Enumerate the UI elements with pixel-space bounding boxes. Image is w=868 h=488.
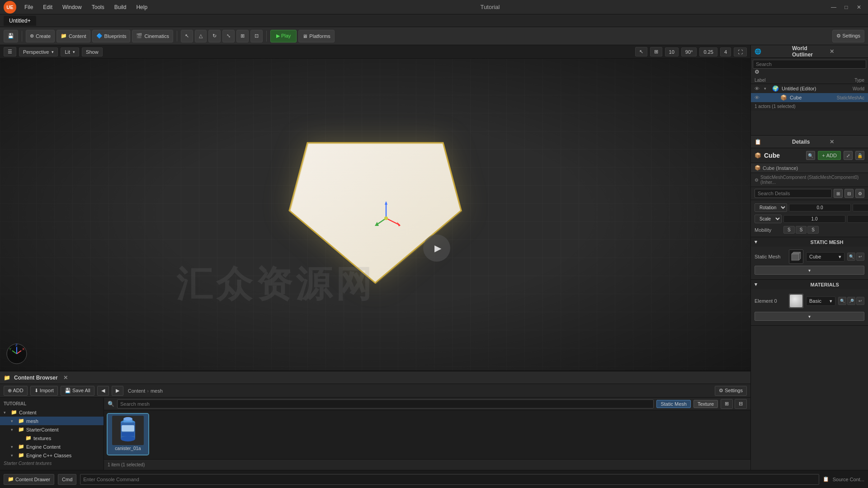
scale-x-input[interactable]: 1.0 [783, 215, 845, 223]
cb-path-root[interactable]: Content [128, 388, 146, 394]
sm-use-btn[interactable]: ↩ [856, 253, 864, 261]
tree-starter-content[interactable]: ▾ 📁 StarterContent [0, 425, 104, 434]
details-view-options[interactable]: ⊞ [834, 189, 843, 198]
rotate-tool[interactable]: ↻ [208, 30, 221, 42]
cb-settings-button[interactable]: ⚙ Settings [715, 386, 747, 396]
cb-nav-back[interactable]: ◀ [97, 386, 109, 396]
content-browser-search-input[interactable] [117, 399, 654, 408]
menu-window[interactable]: Window [58, 2, 86, 12]
view-options[interactable]: ⊞ [721, 399, 733, 409]
snap-grid-btn[interactable]: ⊞ [650, 47, 662, 56]
tree-textures[interactable]: 📁 textures [0, 434, 104, 442]
mobility-movable[interactable]: S [807, 226, 819, 234]
details-filter-options[interactable]: ⊟ [844, 189, 854, 198]
outliner-row-cube[interactable]: 👁 📦 Cube StaticMeshAc [751, 93, 868, 102]
scale-dropdown[interactable]: Scale [755, 215, 782, 223]
details-lock-btn[interactable]: 🔒 [855, 151, 864, 160]
scale-y-input[interactable]: 1.0 [847, 215, 868, 223]
tree-content[interactable]: ▾ 📁 Content [0, 408, 104, 417]
settings-button[interactable]: ⚙ Settings [832, 30, 864, 42]
grid-size-btn[interactable]: 10 [665, 47, 679, 56]
translate-tool[interactable]: △ [195, 30, 207, 42]
visibility-icon[interactable]: 👁 [755, 86, 760, 91]
outliner-settings[interactable]: ⚙ [755, 69, 760, 75]
create-button[interactable]: ⊕ Create [26, 30, 55, 42]
menu-help[interactable]: Help [132, 2, 152, 12]
scale-btn[interactable]: 0.25 [699, 47, 717, 56]
mobility-stationary[interactable]: S [796, 226, 807, 234]
cb-import-button[interactable]: ⬇ Import [30, 386, 58, 396]
cb-nav-forward[interactable]: ▶ [112, 386, 123, 396]
hamburger-button[interactable]: ☰ [4, 47, 16, 56]
outliner-row-world[interactable]: 👁 ▾ 🌍 Untitled (Editor) World [751, 84, 868, 93]
viewport[interactable]: X Y Z 汇众资源网 [0, 59, 750, 371]
static-mesh-header[interactable]: ▾ STATIC MESH [751, 237, 868, 247]
select-tool[interactable]: ↖ [181, 30, 193, 42]
play-button[interactable]: ▶ Play [270, 30, 297, 42]
maximize-viewport-btn[interactable]: ⛶ [734, 47, 747, 56]
content-button[interactable]: 📁 Content [57, 30, 90, 42]
save-button[interactable]: 💾 [4, 30, 18, 42]
visibility-icon-2[interactable]: 👁 [755, 95, 760, 100]
asset-canister[interactable]: canister_01a [108, 414, 148, 455]
mat-expand-btn[interactable]: ▾ [755, 312, 864, 321]
outliner-search-input[interactable] [753, 60, 866, 69]
details-add-button[interactable]: + ADD [818, 151, 841, 160]
maximize-button[interactable]: □ [841, 3, 852, 12]
editor-tab[interactable]: Untitled+ [4, 16, 36, 26]
transform-tool[interactable]: ⊞ [236, 30, 249, 42]
move-mode-btn[interactable]: ↖ [635, 47, 647, 56]
angle-btn[interactable]: 90° [681, 47, 697, 56]
console-command-input[interactable] [80, 474, 819, 485]
tree-engine-content[interactable]: ▾ 📁 Engine Content [0, 442, 104, 451]
mat-reset-btn[interactable]: ↩ [856, 297, 864, 305]
close-button[interactable]: ✕ [854, 3, 864, 12]
menu-build[interactable]: Build [110, 2, 131, 12]
cmd-button[interactable]: Cmd [58, 474, 76, 485]
filter-options[interactable]: ⊟ [735, 399, 747, 409]
rotation-y-input[interactable]: 0.0 [853, 204, 868, 211]
tree-engine-classes[interactable]: ▾ 📁 Engine C++ Classes [0, 451, 104, 460]
cb-save-all-button[interactable]: 💾 Save All [61, 386, 94, 396]
menu-tools[interactable]: Tools [87, 2, 109, 12]
filter-texture[interactable]: Texture [693, 400, 718, 408]
details-search-input[interactable] [755, 189, 832, 198]
material-name-field[interactable]: Basic ▾ [806, 296, 835, 306]
details-component-row[interactable]: ⚙ StaticMeshComponent (StaticMeshCompone… [751, 173, 868, 187]
content-browser-close[interactable]: ✕ [63, 375, 68, 381]
filter-static-mesh[interactable]: Static Mesh [656, 400, 690, 408]
details-instance-row[interactable]: 📦 Cube (Instance) [751, 163, 868, 173]
materials-header[interactable]: ▾ MATERIALS [751, 280, 868, 289]
rotation-dropdown[interactable]: Rotation Location [755, 203, 787, 212]
mat-search-btn[interactable]: 🔎 [847, 297, 855, 305]
cb-path-child[interactable]: mesh [151, 388, 163, 394]
menu-file[interactable]: File [20, 2, 38, 12]
cb-add-button[interactable]: ⊕ ADD [4, 386, 28, 396]
blueprints-button[interactable]: 🔷 Blueprints [92, 30, 131, 42]
minimize-button[interactable]: — [828, 3, 839, 12]
camera-btn[interactable]: 4 [720, 47, 731, 56]
mobility-static[interactable]: S [783, 226, 795, 234]
sm-browse-btn[interactable]: 🔍 [847, 253, 855, 261]
details-browse-btn[interactable]: 🔍 [806, 151, 815, 160]
collections-header[interactable]: ▾ COLLECTIONS + [4, 469, 100, 470]
lit-dropdown[interactable]: Lit [61, 47, 79, 56]
details-settings-btn[interactable]: ⚙ [855, 189, 864, 198]
details-close[interactable]: ✕ [830, 139, 864, 145]
viewport-play-button[interactable] [423, 235, 450, 262]
details-expand-btn[interactable]: ⤢ [844, 151, 853, 160]
snap-tool[interactable]: ⊡ [250, 30, 263, 42]
sm-expand-btn[interactable]: ▾ [755, 266, 864, 275]
platforms-button[interactable]: 🖥 Platforms [298, 30, 334, 42]
sm-name-field[interactable]: Cube ▾ [806, 252, 844, 262]
cinematics-button[interactable]: 🎬 Cinematics [132, 30, 173, 42]
tree-mesh[interactable]: ▾ 📁 mesh [0, 417, 104, 425]
rotation-x-input[interactable]: 0.0 [789, 204, 851, 211]
content-drawer-button[interactable]: 📁 Content Drawer [4, 474, 54, 485]
outliner-close[interactable]: ✕ [830, 48, 864, 55]
scale-tool[interactable]: ⤡ [222, 30, 235, 42]
mat-browse-btn[interactable]: 🔍 [838, 297, 846, 305]
show-button[interactable]: Show [82, 47, 103, 56]
perspective-dropdown[interactable]: Perspective [19, 47, 58, 56]
menu-edit[interactable]: Edit [38, 2, 57, 12]
